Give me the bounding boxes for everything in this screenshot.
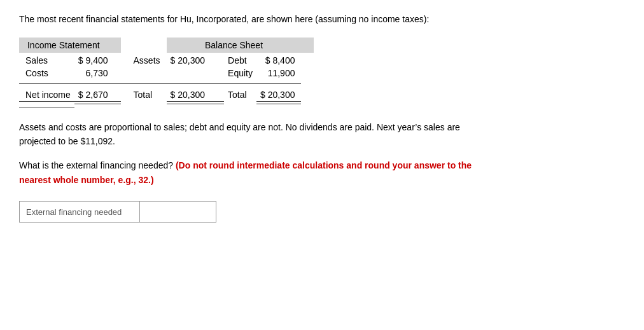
net-income-value: $ 2,670 [74,86,121,102]
question-prefix: What is the external financing needed? [19,160,173,170]
answer-section: External financing needed [19,201,625,223]
answer-label: External financing needed [19,201,140,223]
costs-value: 6,730 [74,67,121,84]
income-statement-header: Income Statement [19,38,121,53]
balance-sheet-header: Balance Sheet [167,38,302,53]
answer-input[interactable] [140,201,216,223]
net-income-label: Net income [19,86,74,102]
sales-label: Sales [19,53,74,67]
intro-text: The most recent financial statements for… [19,13,496,26]
combined-financial-table: Income Statement Balance Sheet Sales $ 9… [19,38,314,107]
description-text: Assets and costs are proportional to sal… [19,120,496,149]
assets-value: $ 20,300 [167,53,225,67]
question-text: What is the external financing needed? (… [19,158,496,187]
costs-label: Costs [19,67,74,84]
financial-tables: Income Statement Balance Sheet Sales $ 9… [19,38,625,107]
total-assets-label: Total [121,86,167,102]
equity-label: Equity [224,67,256,84]
total-liabilities-value: $ 20,300 [256,86,302,102]
total-assets-value: $ 20,300 [167,86,225,102]
debt-value: $ 8,400 [256,53,302,67]
sales-value: $ 9,400 [74,53,121,67]
assets-label: Assets [121,53,167,67]
total-liabilities-label: Total [224,86,256,102]
debt-label: Debt [224,53,256,67]
equity-value: 11,900 [256,67,302,84]
